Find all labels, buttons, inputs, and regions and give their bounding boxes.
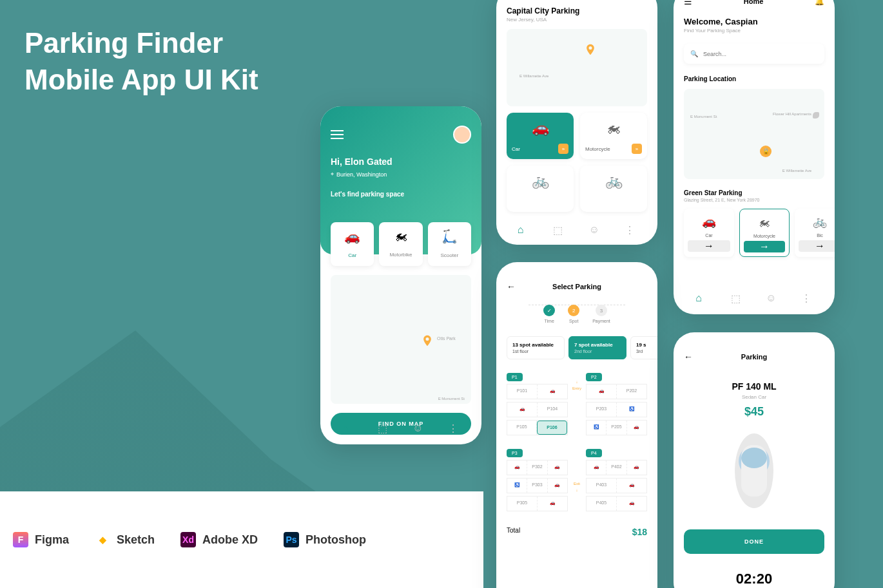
car-top-icon — [728, 429, 780, 513]
nav-profile-icon[interactable]: ☺ — [412, 422, 424, 434]
nav-map-icon[interactable]: ⬚ — [731, 292, 742, 304]
tool-figma: F Figma — [13, 532, 69, 547]
spot[interactable]: P403 — [587, 479, 617, 493]
location-address: Glazing Street, 21 E, New York 28970 — [674, 198, 835, 202]
map-widget[interactable]: E Willamette Ave — [507, 29, 647, 106]
motorbike-icon: 🏍 — [382, 229, 420, 243]
map-marker-icon: 🔒 — [760, 146, 771, 157]
nav-home-icon[interactable]: ⌂ — [342, 422, 354, 434]
section-p4: P4 — [586, 449, 602, 457]
step-spot: 2Spot — [568, 305, 579, 323]
spot[interactable]: P104 — [538, 403, 567, 417]
spot-occupied: 🚗 — [627, 460, 646, 475]
car-icon: 🚗 — [333, 229, 371, 244]
floor-3[interactable]: 19 s3rd — [630, 336, 657, 359]
search-input[interactable] — [703, 51, 818, 57]
bicycle-icon: 🚲 — [799, 213, 835, 231]
nav-more-icon[interactable]: ⋮ — [448, 422, 460, 434]
tool-sketch: ◆ Sketch — [95, 532, 155, 547]
tool-xd: Xd Adobe XD — [180, 532, 258, 547]
total-value: $18 — [632, 527, 647, 537]
ps-icon: Ps — [284, 532, 299, 547]
floor-2[interactable]: 7 spot available2nd floor — [568, 336, 626, 359]
map-widget[interactable]: E Monument St Flower Hill Apartments E W… — [684, 89, 824, 179]
spot[interactable]: P405 — [587, 497, 617, 511]
welcome-sub: Find Your Parking Space — [674, 28, 835, 33]
spot[interactable]: P303 — [527, 479, 547, 493]
spot[interactable]: P302 — [527, 460, 547, 475]
arrow-icon[interactable]: » — [632, 144, 642, 154]
map-pin-icon — [813, 112, 819, 119]
spot[interactable]: P202 — [617, 384, 646, 399]
spot[interactable]: P101 — [507, 384, 538, 399]
page-title: Select Parking — [507, 283, 647, 290]
page-title: Home — [744, 0, 764, 5]
car-icon: 🚗 — [512, 118, 568, 138]
pin-icon: ⌖ — [331, 171, 334, 178]
figma-icon: F — [13, 532, 28, 547]
plate-number: PF 140 ML — [674, 381, 835, 392]
location-name: Green Star Parking — [674, 183, 835, 198]
vehicle-motorbike[interactable]: 🏍 Motorbike — [379, 222, 422, 266]
menu-icon[interactable]: ☰ — [684, 0, 692, 6]
vehicle-card-bicycle[interactable]: 🚲 Bic → — [795, 209, 835, 257]
section-p2: P2 — [586, 373, 602, 381]
user-location: ⌖ Burien, Washington — [331, 171, 471, 178]
motorcycle-icon: 🏍 — [585, 118, 642, 138]
nav-more-icon[interactable]: ⋮ — [625, 224, 636, 236]
nav-home-icon[interactable]: ⌂ — [518, 224, 529, 236]
vehicle-card-car[interactable]: 🚗 Car → — [684, 209, 734, 257]
spot-accessible[interactable]: ♿ — [617, 403, 646, 417]
select-arrow-icon[interactable]: → — [688, 240, 730, 252]
done-button[interactable]: DONE — [684, 529, 824, 554]
spot-occupied: 🚗 — [507, 403, 538, 417]
vehicle-card-motorcycle[interactable]: 🏍 Motorcycle → — [739, 209, 790, 257]
spot[interactable]: P402 — [606, 460, 626, 475]
floor-1[interactable]: 13 spot available1st floor — [507, 336, 565, 359]
menu-icon[interactable] — [331, 130, 344, 139]
search-icon: 🔍 — [690, 50, 698, 57]
spot-occupied: 🚗 — [538, 384, 567, 399]
vehicle-card-car[interactable]: 🚗 Car» — [507, 113, 574, 159]
map-pin-icon — [584, 42, 597, 57]
arrow-icon[interactable]: » — [558, 144, 568, 154]
nav-profile-icon[interactable]: ☺ — [589, 224, 601, 236]
section-p1: P1 — [507, 373, 523, 381]
spot-occupied: 🚗 — [548, 460, 567, 475]
xd-icon: Xd — [180, 532, 196, 547]
vehicle-card-bicycle-2[interactable]: 🚲 — [580, 166, 647, 212]
spot-accessible[interactable]: ♿ — [587, 421, 606, 435]
phone-home-search: ☰ Home 🔔 Welcome, Caspian Find Your Park… — [674, 0, 835, 314]
map-preview[interactable]: Otis Park E Monument St — [331, 275, 471, 404]
vehicle-card-bicycle[interactable]: 🚲 — [507, 166, 574, 212]
select-arrow-icon[interactable]: → — [799, 240, 835, 252]
motorcycle-icon: 🏍 — [744, 213, 785, 231]
spot[interactable]: P105 — [507, 421, 537, 435]
nav-profile-icon[interactable]: ☺ — [766, 292, 777, 304]
avatar[interactable] — [453, 126, 471, 144]
nav-more-icon[interactable]: ⋮ — [801, 292, 813, 304]
nav-map-icon[interactable]: ⬚ — [553, 224, 565, 236]
step-payment: 3Payment — [592, 305, 610, 323]
phone-home-main: Hi, Elon Gated ⌖ Burien, Washington Let'… — [320, 106, 481, 444]
spot-selected[interactable]: P106 — [537, 421, 567, 435]
search-field[interactable]: 🔍 — [684, 44, 824, 64]
spot[interactable]: P305 — [507, 497, 538, 511]
vehicle-scooter[interactable]: 🛴 Scooter — [428, 222, 471, 266]
nav-map-icon[interactable]: ⬚ — [378, 422, 389, 434]
car-icon: 🚗 — [688, 213, 730, 231]
spot[interactable]: P203 — [587, 403, 617, 417]
vehicle-card-motorcycle[interactable]: 🏍 Motorcycle» — [580, 113, 647, 159]
spot[interactable]: P205 — [606, 421, 626, 435]
phone-select-parking: ← Select Parking ✓Time 2Spot 3Payment 13… — [496, 262, 657, 588]
nav-home-icon[interactable]: ⌂ — [695, 292, 707, 304]
spot-occupied: 🚗 — [587, 460, 606, 475]
cta-text: Let's find parking space — [331, 191, 471, 198]
select-arrow-icon[interactable]: → — [744, 241, 785, 252]
vehicle-car[interactable]: 🚗 Car — [331, 222, 374, 266]
spot-accessible[interactable]: ♿ — [507, 479, 527, 493]
spot-occupied: 🚗 — [548, 479, 567, 493]
scooter-icon: 🛴 — [431, 229, 469, 244]
phone-capital-city: Capital City Parking New Jersey, USA E W… — [496, 0, 657, 245]
bell-icon[interactable]: 🔔 — [815, 0, 824, 6]
